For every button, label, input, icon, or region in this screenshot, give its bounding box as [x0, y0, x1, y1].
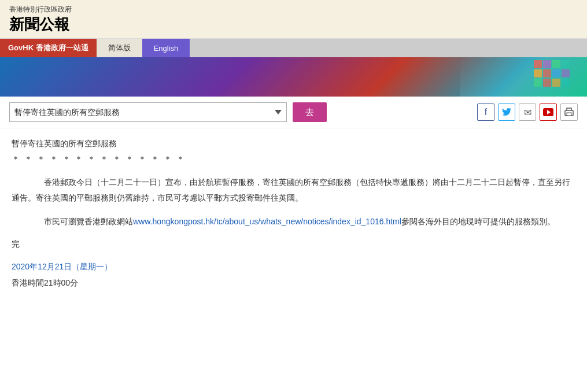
header-subtitle: 香港特別行政區政府	[9, 5, 578, 14]
email-icon[interactable]: ✉	[519, 103, 536, 121]
go-button[interactable]: 去	[293, 102, 327, 122]
date-line: 2020年12月21日（星期一）	[12, 260, 575, 274]
divider-stars: ＊ ＊ ＊ ＊ ＊ ＊ ＊ ＊ ＊ ＊ ＊ ＊ ＊ ＊	[12, 152, 575, 167]
press-release-select[interactable]: 暫停寄往英國的所有空郵服務	[9, 102, 287, 122]
youtube-icon[interactable]	[540, 103, 557, 121]
time-line: 香港時間21時00分	[12, 276, 575, 290]
navigation-bar: GovHK 香港政府一站通 简体版 English	[0, 39, 587, 57]
hongkongpost-link[interactable]: www.hongkongpost.hk/tc/about_us/whats_ne…	[133, 217, 401, 226]
banner-image	[0, 57, 587, 97]
print-icon[interactable]	[560, 103, 578, 121]
svg-rect-3	[567, 113, 571, 116]
toolbar: 暫停寄往英國的所有空郵服務 去 f ✉	[0, 97, 587, 128]
page-header: 香港特別行政區政府 新聞公報	[0, 0, 587, 39]
press-release-title: 暫停寄往英國的所有空郵服務	[12, 136, 575, 151]
facebook-icon[interactable]: f	[477, 103, 494, 121]
social-icons-group: f ✉	[477, 103, 578, 121]
paragraph2-suffix: 參閱各海外目的地現時可提供的服務類別。	[401, 217, 555, 226]
govhk-tab[interactable]: GovHK 香港政府一站通	[0, 39, 97, 57]
header-title: 新聞公報	[9, 14, 578, 35]
banner-decoration	[534, 60, 570, 87]
simplified-chinese-tab[interactable]: 简体版	[97, 39, 142, 57]
body-paragraph-1: 香港郵政今日（十二月二十一日）宣布，由於航班暫停服務，寄往英國的所有空郵服務（包…	[12, 175, 575, 205]
body-paragraph-2: 市民可瀏覽香港郵政網站www.hongkongpost.hk/tc/about_…	[12, 214, 575, 230]
paragraph2-prefix: 市民可瀏覽香港郵政網站	[28, 217, 133, 226]
english-tab[interactable]: English	[142, 39, 190, 57]
twitter-icon[interactable]	[498, 103, 515, 121]
end-mark: 完	[12, 237, 575, 252]
main-content: 暫停寄往英國的所有空郵服務 ＊ ＊ ＊ ＊ ＊ ＊ ＊ ＊ ＊ ＊ ＊ ＊ ＊ …	[0, 128, 587, 302]
